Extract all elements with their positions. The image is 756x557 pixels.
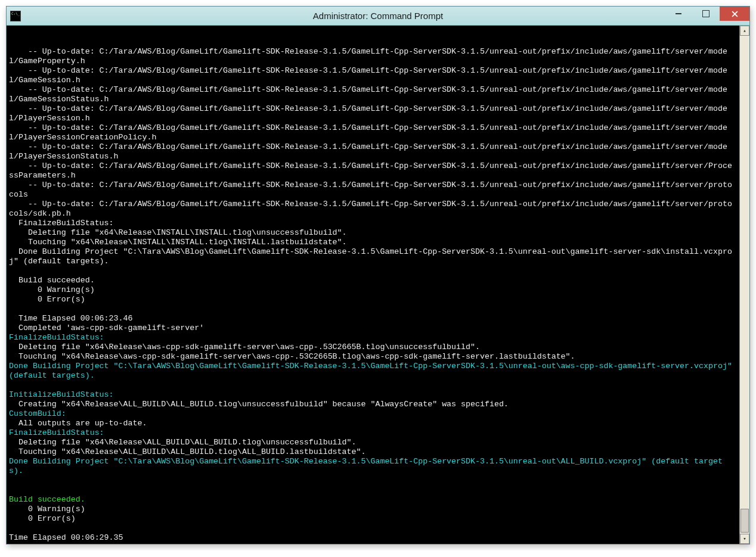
terminal-line: FinalizeBuildStatus: [9, 333, 736, 343]
window-title: Administrator: Command Prompt [7, 11, 749, 21]
terminal-line: Deleting file "x64\Release\ALL_BUILD\ALL… [9, 438, 736, 447]
close-icon [732, 11, 738, 17]
scroll-down-button[interactable]: ▾ [740, 534, 749, 544]
terminal-line [9, 524, 736, 533]
terminal-line [9, 381, 736, 390]
terminal-line: FinalizeBuildStatus: [9, 219, 736, 228]
terminal-line [9, 486, 736, 495]
terminal-content: -- Up-to-date: C:/Tara/AWS/Blog/GameLift… [9, 47, 747, 544]
minimize-button[interactable] [665, 7, 692, 21]
terminal-line: 0 Warning(s) [9, 285, 736, 295]
terminal-line: All outputs are up-to-date. [9, 419, 736, 428]
terminal-line: -- Up-to-date: C:/Tara/AWS/Blog/GameLift… [9, 85, 736, 104]
scroll-thumb[interactable] [740, 509, 749, 533]
vertical-scrollbar[interactable]: ▴ ▾ [739, 26, 749, 544]
terminal-line: FinalizeBuildStatus: [9, 428, 736, 438]
terminal-line: -- Up-to-date: C:/Tara/AWS/Blog/GameLift… [9, 104, 736, 123]
terminal-line: -- Up-to-date: C:/Tara/AWS/Blog/GameLift… [9, 123, 736, 142]
terminal-line: -- Up-to-date: C:/Tara/AWS/Blog/GameLift… [9, 142, 736, 161]
terminal-line: -- Up-to-date: C:/Tara/AWS/Blog/GameLift… [9, 181, 736, 200]
terminal-line [9, 266, 736, 276]
terminal-line: 0 Warning(s) [9, 505, 736, 514]
scroll-track[interactable] [740, 36, 749, 534]
scroll-up-button[interactable]: ▴ [740, 26, 749, 36]
terminal-line: -- Up-to-date: C:/Tara/AWS/Blog/GameLift… [9, 47, 736, 66]
terminal-line: Completed 'aws-cpp-sdk-gamelift-server' [9, 323, 736, 333]
terminal-line: Time Elapsed 00:06:29.35 [9, 533, 736, 543]
terminal-line: Deleting file "x64\Release\aws-cpp-sdk-g… [9, 343, 736, 352]
terminal-line [9, 543, 736, 544]
terminal-line: Touching "x64\Release\ALL_BUILD\ALL_BUIL… [9, 447, 736, 457]
terminal-line: Build succeeded. [9, 495, 736, 505]
close-button[interactable] [720, 7, 749, 21]
terminal-line: Done Building Project "C:\Tara\AWS\Blog\… [9, 247, 736, 266]
terminal-line: Deleting file "x64\Release\INSTALL\INSTA… [9, 228, 736, 238]
terminal-area[interactable]: -- Up-to-date: C:/Tara/AWS/Blog/GameLift… [7, 26, 749, 544]
terminal-line: -- Up-to-date: C:/Tara/AWS/Blog/GameLift… [9, 66, 736, 85]
terminal-line: -- Up-to-date: C:/Tara/AWS/Blog/GameLift… [9, 161, 736, 181]
command-prompt-window: Administrator: Command Prompt -- Up-to-d… [6, 6, 750, 544]
titlebar[interactable]: Administrator: Command Prompt [7, 7, 749, 26]
terminal-line: -- Up-to-date: C:/Tara/AWS/Blog/GameLift… [9, 200, 736, 219]
terminal-line: Build succeeded. [9, 276, 736, 285]
window-controls [665, 7, 749, 25]
terminal-line [9, 476, 736, 486]
terminal-line: Done Building Project "C:\Tara\AWS\Blog\… [9, 457, 736, 476]
terminal-line: 0 Error(s) [9, 295, 736, 304]
terminal-line: Time Elapsed 00:06:23.46 [9, 314, 736, 323]
maximize-button[interactable] [692, 7, 720, 21]
terminal-line [9, 304, 736, 314]
terminal-line: CustomBuild: [9, 409, 736, 419]
terminal-line: 0 Error(s) [9, 514, 736, 524]
terminal-line: Touching "x64\Release\INSTALL\INSTALL.tl… [9, 238, 736, 247]
terminal-line: Creating "x64\Release\ALL_BUILD\ALL_BUIL… [9, 400, 736, 409]
terminal-line: Touching "x64\Release\aws-cpp-sdk-gameli… [9, 352, 736, 362]
terminal-line: Done Building Project "C:\Tara\AWS\Blog\… [9, 362, 736, 381]
cmd-icon [10, 11, 21, 21]
terminal-line: InitializeBuildStatus: [9, 390, 736, 400]
